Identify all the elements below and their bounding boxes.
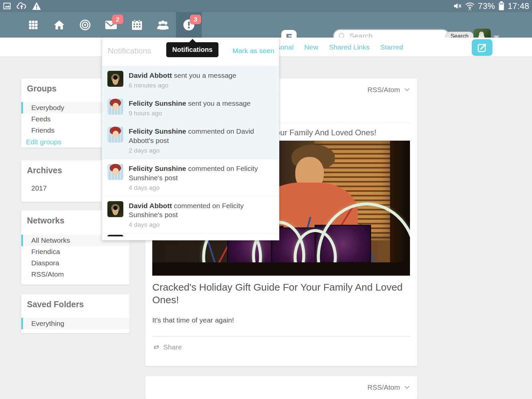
notification-time: 2 days ago [129, 147, 268, 154]
table-edge-shape [152, 262, 410, 276]
nav-tab-notifications[interactable]: 3 [176, 12, 202, 38]
mute-icon [453, 2, 462, 10]
clock: 17:48 [508, 1, 529, 11]
post1-body: It's that time of year again! [152, 316, 410, 324]
network-item-diaspora[interactable]: Diaspora [21, 257, 130, 269]
avatar-david-abbott [107, 201, 123, 217]
mark-as-seen-link[interactable]: Mark as seen [232, 47, 274, 55]
share-button[interactable]: Share [152, 343, 410, 351]
warning-icon [32, 2, 41, 10]
notification-item[interactable]: David Abbott commented on Felicity Sunsh… [102, 196, 279, 233]
retweet-icon [152, 344, 160, 350]
notification-actor: Felicity Sunshine [129, 165, 186, 172]
avatar-felicity-sunshine [107, 127, 123, 143]
nav-tab-contacts[interactable] [150, 12, 176, 38]
avatar-felicity-sunshine [107, 164, 123, 180]
notification-action: sent you a message [188, 99, 251, 107]
notification-item[interactable]: David Abbott sent you a message 6 minute… [102, 66, 279, 94]
post1-heading[interactable]: Cracked's Holiday Gift Guide For Your Fa… [152, 281, 410, 306]
notification-time: 4 days ago [129, 184, 268, 192]
saved-folders-title: Saved Folders [21, 294, 130, 309]
avatar-felicity-sunshine [107, 99, 123, 115]
notification-item[interactable]: Felicity Sunshine commented on David Abb… [102, 122, 279, 159]
notifications-tooltip: Notifications [166, 42, 218, 57]
notification-actor: David Abbott [129, 202, 172, 209]
pencil-square-icon [477, 43, 487, 53]
nav-tab-home[interactable] [46, 12, 72, 38]
battery-icon [498, 1, 505, 11]
battery-percent: 73% [478, 1, 495, 11]
notifications-badge: 3 [190, 15, 201, 24]
messages-badge: 2 [112, 15, 123, 24]
notifications-panel-title: Notifications [108, 46, 151, 56]
notification-actor: Felicity Sunshine [129, 99, 186, 107]
avatar-david-abbott [107, 71, 123, 87]
saved-folder-item-everything[interactable]: Everything [21, 318, 130, 329]
people-icon [156, 19, 170, 31]
avatar-partial [107, 235, 123, 236]
chevron-down-icon[interactable] [404, 385, 410, 389]
target-icon [79, 19, 91, 31]
post1-network-label[interactable]: RSS/Atom [367, 86, 400, 94]
notification-time: 6 minutes ago [129, 82, 236, 89]
network-item-friendica[interactable]: Friendica [21, 246, 130, 257]
nav-tab-network[interactable] [72, 12, 98, 38]
notification-actor: Felicity Sunshine [129, 127, 186, 135]
notification-item[interactable]: Felicity Sunshine commented on Felicity … [102, 159, 279, 196]
home-icon [53, 19, 65, 31]
notification-time: 9 hours ago [129, 110, 251, 117]
notification-action: sent you a message [174, 71, 236, 79]
notification-actor: David Abbott [129, 71, 172, 79]
calendar-icon [131, 19, 143, 31]
tab-shared-links[interactable]: Shared Links [329, 43, 370, 51]
tab-starred[interactable]: Starred [380, 43, 403, 51]
network-item-rss-atom[interactable]: RSS/Atom [21, 269, 130, 280]
chevron-down-icon[interactable] [404, 88, 410, 92]
compose-button[interactable] [472, 39, 492, 56]
notifications-dropdown: Notifications Mark as seen David Abbott … [102, 38, 279, 240]
nav-tab-messages[interactable]: 2 [98, 12, 124, 38]
android-status-bar: 73% 17:48 [0, 0, 532, 12]
share-label: Share [163, 343, 182, 351]
tab-new[interactable]: New [304, 43, 318, 51]
saved-folders-panel: Saved Folders Everything [21, 294, 130, 333]
post-card-2: RSS/Atom [145, 376, 417, 399]
nav-tab-apps[interactable] [20, 12, 46, 38]
notification-item-partial[interactable] [102, 233, 279, 236]
wifi-icon [465, 1, 475, 11]
post2-network-label[interactable]: RSS/Atom [367, 383, 400, 391]
notification-item[interactable]: Felicity Sunshine sent you a message 9 h… [102, 94, 279, 122]
nav-tab-events[interactable] [124, 12, 150, 38]
grid-icon [28, 19, 39, 31]
main-navbar: 2 3 F Search [0, 12, 532, 38]
cloud-upload-icon [17, 2, 27, 10]
gallery-icon [3, 2, 11, 10]
notification-time: 4 days ago [129, 221, 268, 228]
